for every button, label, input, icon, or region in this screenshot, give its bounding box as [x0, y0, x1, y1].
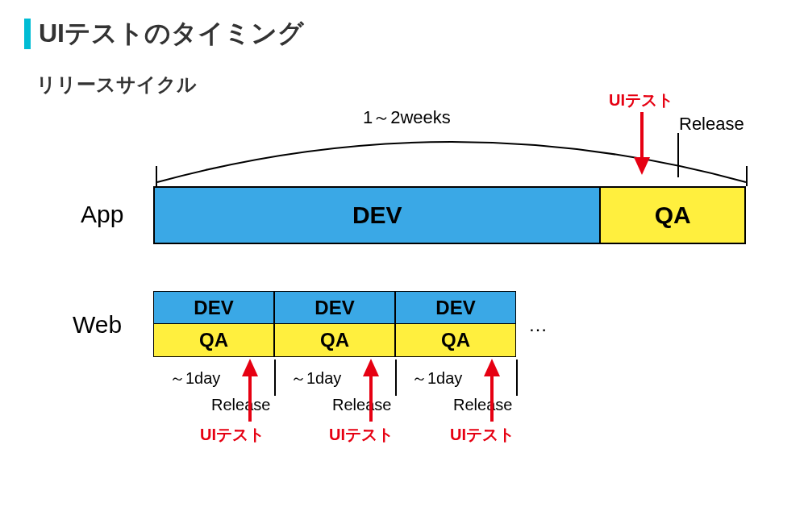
- svg-marker-7: [484, 359, 500, 376]
- app-dev-block: DEV: [155, 188, 601, 243]
- arc-curve: [153, 126, 750, 190]
- day-label-2: ～1day: [290, 368, 341, 389]
- day-tick-1: [274, 360, 276, 396]
- arc-duration-label: 1～2weeks: [363, 106, 451, 130]
- web-qa-3: QA: [396, 324, 515, 356]
- ui-test-label-web-3: UIテスト: [450, 424, 514, 446]
- web-ellipsis: …: [528, 314, 548, 336]
- ui-test-label-app: UIテスト: [609, 89, 673, 111]
- app-bar: DEV QA: [153, 186, 746, 244]
- red-arrow-web-1: [240, 359, 260, 422]
- day-label-3: ～1day: [411, 368, 462, 389]
- arc-tick-left: [156, 166, 157, 186]
- red-arrow-web-3: [482, 359, 502, 422]
- diagram-area: 1～2weeks UIテスト Release App DEV QA Web DE…: [24, 106, 780, 509]
- web-cycles: DEV QA DEV QA DEV QA: [153, 291, 516, 357]
- svg-marker-1: [634, 157, 650, 175]
- arc-tick-right: [746, 166, 748, 186]
- svg-marker-3: [242, 359, 258, 376]
- web-dev-1: DEV: [154, 292, 273, 324]
- red-arrow-web-2: [361, 359, 381, 422]
- day-label-1: ～1day: [169, 368, 220, 389]
- web-qa-2: QA: [275, 324, 394, 356]
- release-tick-app: [677, 133, 679, 177]
- app-row-label: App: [81, 201, 123, 228]
- page-title: UIテストのタイミング: [39, 16, 304, 52]
- svg-marker-5: [363, 359, 379, 376]
- red-arrow-app: [632, 112, 652, 177]
- title-accent-bar: [24, 19, 31, 49]
- ui-test-label-web-2: UIテスト: [329, 424, 394, 446]
- app-qa-block: QA: [601, 188, 744, 243]
- web-qa-1: QA: [154, 324, 273, 356]
- web-dev-3: DEV: [396, 292, 515, 324]
- release-label-app: Release: [679, 114, 744, 135]
- web-cycle-2: DEV QA: [274, 291, 395, 357]
- day-tick-2: [395, 360, 397, 396]
- title-row: UIテストのタイミング: [24, 16, 780, 52]
- day-tick-3: [516, 360, 518, 396]
- ui-test-label-web-1: UIテスト: [200, 424, 265, 446]
- web-cycle-1: DEV QA: [153, 291, 274, 357]
- web-row-label: Web: [73, 311, 122, 339]
- web-dev-2: DEV: [275, 292, 394, 324]
- web-cycle-3: DEV QA: [395, 291, 516, 357]
